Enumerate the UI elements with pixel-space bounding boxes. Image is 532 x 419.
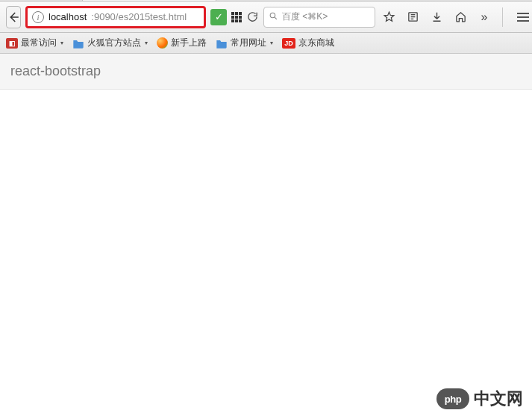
url-bar[interactable]: i localhost:9090/es2015test.html [25, 6, 206, 28]
qr-icon [231, 12, 242, 22]
home-button[interactable] [451, 8, 469, 26]
bookmark-label: 火狐官方站点 [87, 37, 141, 49]
firefox-icon [157, 37, 168, 49]
chevron-down-icon: ▾ [145, 40, 148, 46]
back-button[interactable] [6, 6, 21, 28]
most-visited-icon: ◧ [6, 38, 18, 49]
star-icon [383, 10, 395, 23]
arrow-left-icon [7, 10, 20, 24]
bookmark-firefox-official[interactable]: 火狐官方站点 ▾ [72, 37, 148, 49]
browser-tab[interactable]: es2105的写法 × [82, 0, 216, 1]
bookmark-label: 京东商城 [298, 37, 334, 49]
watermark-text: 中文网 [474, 388, 523, 410]
bookmark-getting-started[interactable]: 新手上路 [157, 37, 207, 49]
search-box[interactable]: 百度 <⌘K> [263, 7, 375, 28]
watermark-logo: php [436, 388, 469, 409]
reload-icon [246, 10, 259, 23]
svg-point-0 [270, 13, 275, 18]
shield-icon: ✓ [210, 9, 227, 25]
folder-icon [216, 38, 228, 49]
hamburger-icon [517, 13, 529, 14]
download-icon [431, 10, 443, 23]
tab-strip: es2105的写法 × + [0, 0, 532, 1]
reader-view-button[interactable] [404, 8, 422, 26]
page-heading: react-bootstrap [10, 63, 101, 79]
bookmark-label: 新手上路 [171, 37, 207, 49]
shield-button[interactable]: ✓ [210, 7, 227, 27]
jd-icon: JD [282, 38, 295, 49]
page-content: react-bootstrap [0, 54, 532, 90]
chevron-down-icon: ▾ [270, 40, 273, 46]
chevron-right-icon: » [481, 10, 488, 24]
overflow-button[interactable]: » [475, 8, 493, 26]
reader-icon [407, 10, 419, 23]
toolbar-divider [502, 7, 503, 27]
url-host: localhost [48, 11, 87, 22]
downloads-button[interactable] [428, 8, 445, 26]
page-heading-bar: react-bootstrap [0, 54, 532, 90]
qr-button[interactable] [231, 7, 242, 27]
reload-button[interactable] [246, 7, 259, 27]
nav-toolbar: i localhost:9090/es2015test.html ✓ 百度 <⌘… [0, 1, 532, 33]
bookmark-label: 常用网址 [231, 37, 266, 49]
bookmark-jd[interactable]: JD 京东商城 [282, 37, 334, 49]
bookmark-label: 最常访问 [21, 37, 57, 49]
bookmark-common-urls[interactable]: 常用网址 ▾ [216, 37, 273, 49]
watermark: php 中文网 [436, 388, 523, 410]
hamburger-menu-button[interactable] [512, 7, 532, 28]
search-placeholder: 百度 <⌘K> [282, 10, 328, 23]
chevron-down-icon: ▾ [60, 40, 63, 46]
url-path: :9090/es2015test.html [91, 11, 187, 22]
info-icon[interactable]: i [32, 11, 44, 23]
search-icon [269, 11, 278, 23]
home-icon [454, 10, 467, 23]
folder-icon [72, 38, 84, 49]
bookmarks-bar: ◧ 最常访问 ▾ 火狐官方站点 ▾ 新手上路 常用网址 ▾ JD 京东商城 [0, 33, 532, 54]
bookmark-most-visited[interactable]: ◧ 最常访问 ▾ [6, 37, 63, 49]
bookmark-star-button[interactable] [380, 8, 398, 26]
toolbar-right: » [380, 7, 532, 28]
